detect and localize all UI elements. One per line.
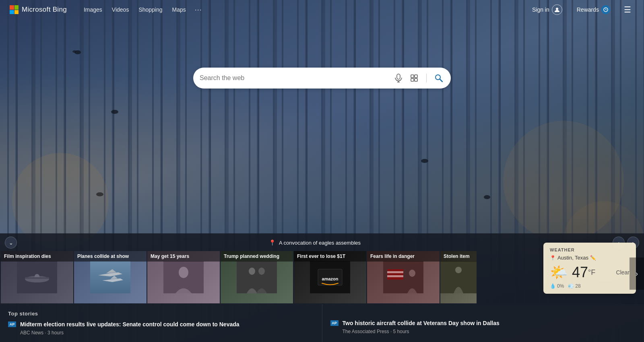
news-card[interactable]: Planes collide at show <box>74 251 147 303</box>
card-label: Film inspiration dies <box>1 251 73 262</box>
card-label: Trump planned wedding <box>221 251 293 262</box>
svg-rect-23 <box>25 277 49 279</box>
svg-point-9 <box>556 8 558 10</box>
top-stories-label: Top stories <box>8 311 314 317</box>
svg-rect-27 <box>237 261 277 293</box>
story-item[interactable]: AP Two historic aircraft collide at Vete… <box>330 319 636 334</box>
story-content: Two historic aircraft collide at Veteran… <box>343 319 500 334</box>
user-icon <box>552 4 562 15</box>
nav-videos[interactable]: Videos <box>108 4 133 15</box>
card-label: May get 15 years <box>147 251 220 262</box>
nav-images[interactable]: Images <box>80 4 106 15</box>
weather-temp-area: 🌤️ 47°F <box>550 264 595 281</box>
rewards-icon <box>601 5 610 14</box>
story-item[interactable]: AP Midterm election results live updates… <box>8 321 314 336</box>
story-source: The Associated Press · 5 hours <box>343 329 500 334</box>
search-divider <box>426 74 427 82</box>
weather-rain: 💧 0% <box>550 283 564 289</box>
nav-links: Images Videos Shopping Maps ··· <box>80 4 528 16</box>
svg-rect-36 <box>387 275 403 277</box>
svg-rect-15 <box>415 75 417 78</box>
svg-rect-35 <box>387 271 403 273</box>
weather-main: 🌤️ 47°F Clear <box>550 264 630 281</box>
news-card[interactable]: May get 15 years <box>147 251 220 303</box>
collapse-button[interactable]: ⌄ <box>5 237 17 249</box>
sign-in-label: Sign in <box>532 6 549 13</box>
topnav: Microsoft Bing Images Videos Shopping Ma… <box>0 0 644 19</box>
weather-condition-icon: 🌤️ <box>550 264 568 281</box>
weather-widget: WEATHER 📍 Austin, Texas ✏️ 🌤️ 47°F Clear… <box>543 243 636 294</box>
logo-text: Microsoft Bing <box>22 6 67 14</box>
svg-point-39 <box>455 267 462 273</box>
nav-more[interactable]: ··· <box>192 4 205 16</box>
sign-in-button[interactable]: Sign in <box>528 2 566 17</box>
weather-temp-display: 47°F <box>572 264 595 281</box>
nav-shopping[interactable]: Shopping <box>134 4 166 15</box>
weather-location-pin-icon: 📍 <box>550 255 556 261</box>
svg-rect-16 <box>411 78 414 81</box>
location-info: 📍 A convocation of eagles assembles <box>269 239 361 246</box>
stories-row: Top stories AP Midterm election results … <box>0 304 644 342</box>
weather-details: 💧 0% 💨 28 <box>550 283 630 289</box>
card-label: Fears life in danger <box>367 251 440 262</box>
logo-blue <box>10 10 14 14</box>
weather-unit: °F <box>588 268 595 276</box>
story-source-icon: AP <box>330 320 339 326</box>
visual-search-icon[interactable] <box>409 72 420 84</box>
card-label: Stolen item <box>440 251 477 262</box>
news-card[interactable]: Fears life in danger <box>367 251 440 303</box>
weather-label: WEATHER <box>550 247 630 252</box>
search-submit-icon[interactable] <box>433 72 444 84</box>
svg-point-29 <box>258 268 265 275</box>
nav-right: Sign in Rewards ☰ <box>528 2 634 17</box>
logo-grid <box>10 5 19 14</box>
search-box <box>193 68 451 89</box>
location-text: A convocation of eagles assembles <box>279 240 361 246</box>
story-source: ABC News · 3 hours <box>20 330 239 336</box>
wind-value: 28 <box>575 283 580 289</box>
logo-yellow <box>14 10 19 14</box>
svg-rect-11 <box>397 74 400 79</box>
stories-left: Top stories AP Midterm election results … <box>0 304 322 342</box>
weather-condition-text: Clear <box>616 269 630 276</box>
svg-point-37 <box>409 270 415 277</box>
search-icons <box>393 72 444 84</box>
weather-location: 📍 Austin, Texas ✏️ <box>550 255 630 261</box>
card-label: First ever to lose $1T <box>294 251 366 262</box>
hamburger-menu[interactable]: ☰ <box>621 3 634 16</box>
search-area <box>0 68 644 89</box>
svg-rect-17 <box>415 78 417 81</box>
svg-point-26 <box>179 267 188 278</box>
svg-line-19 <box>440 79 442 82</box>
weather-temperature: 47 <box>572 264 588 280</box>
rain-icon: 💧 <box>550 283 556 289</box>
weather-city: Austin, Texas <box>557 255 588 261</box>
svg-rect-24 <box>90 261 130 293</box>
rain-value: 0% <box>557 283 564 289</box>
logo-green <box>14 5 19 10</box>
logo-red <box>10 5 14 10</box>
chevron-down-icon: ⌄ <box>9 240 13 246</box>
svg-rect-34 <box>387 269 403 280</box>
news-card[interactable]: amazon First ever to lose $1T <box>294 251 366 303</box>
news-card[interactable]: Film inspiration dies <box>1 251 73 303</box>
microphone-icon[interactable] <box>393 72 404 84</box>
news-card[interactable]: Trump planned wedding <box>221 251 293 303</box>
story-source-icon: AP <box>8 321 16 327</box>
stories-right: AP Two historic aircraft collide at Vete… <box>322 304 644 342</box>
rewards-label: Rewards <box>577 6 599 13</box>
weather-edit-icon[interactable]: ✏️ <box>590 255 596 261</box>
nav-maps[interactable]: Maps <box>168 4 190 15</box>
story-content: Midterm election results live updates: S… <box>20 321 239 336</box>
card-label: Planes collide at show <box>74 251 147 262</box>
news-card[interactable]: Stolen item <box>440 251 477 303</box>
svg-rect-14 <box>411 75 414 78</box>
svg-text:amazon: amazon <box>322 276 339 281</box>
logo[interactable]: Microsoft Bing <box>10 5 67 14</box>
rewards-button[interactable]: Rewards <box>573 3 614 16</box>
search-input[interactable] <box>200 74 393 82</box>
location-pin-icon: 📍 <box>269 239 276 246</box>
story-title: Two historic aircraft collide at Veteran… <box>343 319 500 328</box>
svg-point-28 <box>249 268 255 275</box>
carousel-right-arrow[interactable]: › <box>630 258 644 290</box>
